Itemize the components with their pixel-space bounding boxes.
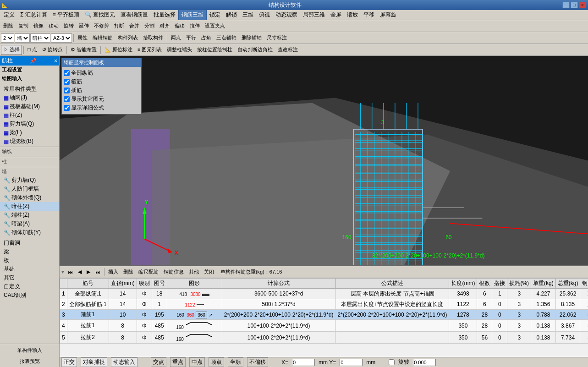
move-button[interactable]: 移动 xyxy=(46,21,61,31)
item-cad-recognize[interactable]: CAD识别 xyxy=(0,291,59,300)
item-slab[interactable]: 板 xyxy=(0,256,59,265)
check-stirrup[interactable]: 箍筋 xyxy=(64,77,139,86)
section-drawing-input[interactable]: 绘图输入 xyxy=(0,74,59,83)
offset-button[interactable]: 偏移 xyxy=(172,21,187,31)
category-beam[interactable]: ▦ 梁(L) xyxy=(0,128,59,137)
item-civil-defense-door[interactable]: 🔧 人防门框墙 xyxy=(0,185,59,193)
x-coord-input[interactable] xyxy=(292,359,315,366)
three-point-axis-button[interactable]: 三点辅轴 xyxy=(214,33,239,43)
close-table-button[interactable]: 关闭 xyxy=(202,267,216,277)
edit-rebar-button[interactable]: 编辑钢筋 xyxy=(90,33,115,43)
report-preview-button[interactable]: 报表预览 xyxy=(1,356,58,366)
item-end-column[interactable]: 🔧 端柱(Z) xyxy=(0,211,59,219)
dimension-button[interactable]: 尺寸标注 xyxy=(264,33,289,43)
item-other[interactable]: 其它 xyxy=(0,274,59,282)
rotation-checkbox[interactable] xyxy=(389,359,395,365)
nav-first-button[interactable]: ⏮ xyxy=(66,267,75,277)
maximize-button[interactable]: □ xyxy=(571,2,578,8)
rotation-input[interactable] xyxy=(413,359,436,366)
rebar-info-button[interactable]: 钢筋信息 xyxy=(161,267,186,277)
merge-button[interactable]: 合并 xyxy=(127,21,142,31)
category-shear-wall[interactable]: ▦ 剪力墙(Q) xyxy=(0,120,59,128)
endpoint-snap[interactable]: 顶点 xyxy=(209,357,224,367)
sub-type-combo[interactable]: 暗柱 xyxy=(30,33,50,43)
select-button[interactable]: ▷ 选择 xyxy=(1,45,22,55)
mirror-button[interactable]: 镜像 xyxy=(31,21,46,31)
menu-rebar-3d[interactable]: 钢筋三维 xyxy=(178,10,207,20)
menu-find-element[interactable]: 🔍 查找图元 xyxy=(82,10,118,20)
rotate-button[interactable]: 旋转 xyxy=(61,21,76,31)
item-door-window[interactable]: 门窗洞 xyxy=(0,239,59,247)
menu-3d[interactable]: 三维 xyxy=(240,10,256,20)
smart-layout-button[interactable]: ⚙ 智能布置 xyxy=(68,45,99,55)
check-show-other-input[interactable] xyxy=(64,96,70,102)
scale-rebar-button[interactable]: 缩尺配筋 xyxy=(136,267,161,277)
midpoint-snap[interactable]: 重点 xyxy=(170,357,186,367)
rotation-point-button[interactable]: ↺ 旋转点 xyxy=(40,45,65,55)
draw-by-column-pos-button[interactable]: 按柱位置绘制柱 xyxy=(195,45,235,55)
category-raft[interactable]: ▦ 筏板基础(M) xyxy=(0,102,59,111)
stretch-button[interactable]: 拉伸 xyxy=(187,21,202,31)
left-panel-pin[interactable]: 📌 xyxy=(30,58,37,64)
item-hidden-column[interactable]: 🔧 暗柱(Z) xyxy=(0,202,59,211)
copy-button[interactable]: 复制 xyxy=(16,21,31,31)
table-row[interactable]: 1 全部纵筋.1 14 Φ 18 418 3080 ▬ 3600 xyxy=(60,289,588,299)
item-masonry-wall[interactable]: 🔧 砌体外墙(Q) xyxy=(0,193,59,202)
category-slab[interactable]: ▦ 现浇板(B) xyxy=(0,137,59,146)
table-row[interactable]: 3 箍筋1 10 Φ 195 160 360 360 ↗ xyxy=(60,310,588,320)
left-panel-close[interactable]: × xyxy=(54,58,57,64)
category-axis[interactable]: ▦ 轴网(J) xyxy=(0,93,59,102)
check-annotation-button[interactable]: 查改标注 xyxy=(275,45,300,55)
two-point-button[interactable]: 两点 xyxy=(169,33,183,43)
category-common[interactable]: 常用构件类型 xyxy=(0,85,59,93)
adjust-column-head-button[interactable]: 调整柱端头 xyxy=(165,45,194,55)
item-custom[interactable]: 自定义 xyxy=(0,282,59,291)
check-show-formula[interactable]: 显示详细公式 xyxy=(64,104,139,112)
check-show-formula-input[interactable] xyxy=(64,105,70,111)
properties-button[interactable]: 属性 xyxy=(75,33,90,43)
table-row[interactable]: 2 全部纵筋插筋.1 14 Φ 1 1122 — 500+1.2*37*d xyxy=(60,299,588,310)
table-row[interactable]: 5 拉筋2 8 Φ 485 160 xyxy=(60,332,588,344)
menu-pan[interactable]: 平移 xyxy=(361,10,377,20)
menu-top-view[interactable]: 俯视 xyxy=(256,10,273,20)
corner-button[interactable]: 占角 xyxy=(199,33,214,43)
split-button[interactable]: 分割 xyxy=(142,21,157,31)
check-all-longitudinal[interactable]: 全部纵筋 xyxy=(64,69,139,77)
nav-prev-button[interactable]: ◀ xyxy=(76,267,84,277)
no-offset-button[interactable]: 不偏移 xyxy=(247,357,268,367)
delete-row-button[interactable]: 删除 xyxy=(121,267,136,277)
no-trim-button[interactable]: 不修剪 xyxy=(92,21,111,31)
table-row[interactable]: 4 拉筋1 8 Φ 485 160 xyxy=(60,320,588,332)
insert-row-button[interactable]: 插入 xyxy=(106,267,121,277)
align-button[interactable]: 对齐 xyxy=(157,21,172,31)
item-foundation[interactable]: 基础 xyxy=(0,265,59,274)
menu-unlock[interactable]: 解锁 xyxy=(223,10,240,20)
y-coord-input[interactable] xyxy=(340,359,363,366)
in-place-annotation-button[interactable]: 📐 原位标注 xyxy=(102,45,135,55)
break-button[interactable]: 打断 xyxy=(112,21,126,31)
item-beam[interactable]: 梁 xyxy=(0,247,59,256)
3d-viewport[interactable]: 钢筋显示控制面板 全部纵筋 箍筋 插筋 显示其 xyxy=(60,56,588,265)
menu-local-3d[interactable]: 局部三维 xyxy=(300,10,328,20)
menu-batch-select[interactable]: 批量选择 xyxy=(151,10,178,20)
other-button[interactable]: 其他 xyxy=(187,267,201,277)
pick-component-button[interactable]: 拾取构件 xyxy=(141,33,165,43)
code-combo[interactable]: AZ-3 xyxy=(51,33,72,43)
nav-next-button[interactable]: ▶ xyxy=(84,267,93,277)
component-list-button[interactable]: 构件列表 xyxy=(115,33,140,43)
menu-align-top[interactable]: ≡ 平齐板顶 xyxy=(50,10,82,20)
element-list-button[interactable]: ≡ 图元列表 xyxy=(135,45,164,55)
coord-button[interactable]: 坐标 xyxy=(228,357,243,367)
set-grip-button[interactable]: 设置夹点 xyxy=(203,21,227,31)
dynamic-input-button[interactable]: 动态输入 xyxy=(111,357,137,367)
parallel-button[interactable]: 平行 xyxy=(184,33,198,43)
menu-calc[interactable]: Σ 汇总计算 xyxy=(17,10,50,20)
section-project-settings[interactable]: 工程设置 xyxy=(0,66,59,74)
object-snap-button[interactable]: 对象捕捉 xyxy=(81,357,107,367)
check-insert[interactable]: 插筋 xyxy=(64,86,139,95)
category-column[interactable]: ▦ 柱(Z) xyxy=(0,111,59,120)
menu-view-rebar[interactable]: 查看钢筋量 xyxy=(118,10,151,20)
item-shear-wall[interactable]: 🔧 剪力墙(Q) xyxy=(0,176,59,185)
point-button[interactable]: □ 点 xyxy=(25,45,39,55)
menu-fullscreen[interactable]: 全屏 xyxy=(328,10,344,20)
